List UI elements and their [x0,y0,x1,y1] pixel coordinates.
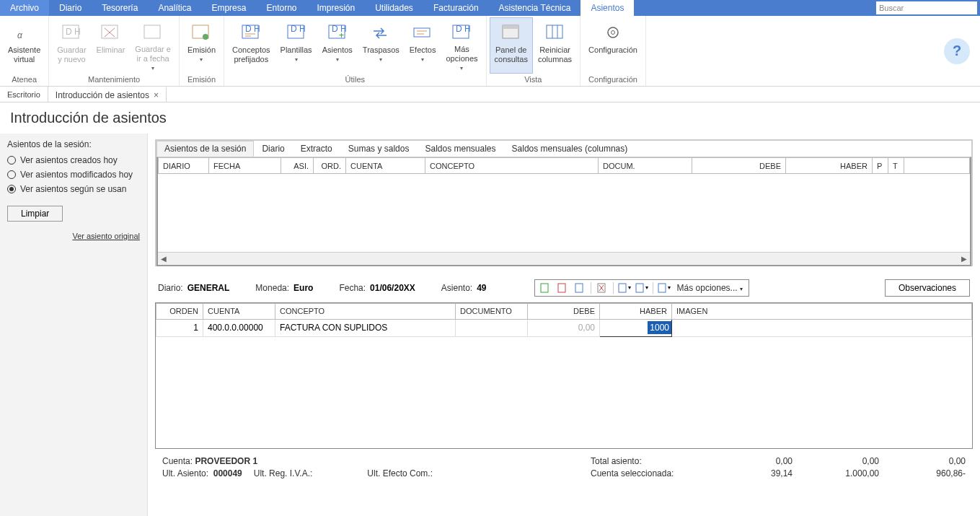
ult-asiento-label: Ult. Asiento: [162,468,208,478]
cell-documento[interactable] [456,319,528,336]
page-title: Introducción de asientos [0,102,980,134]
menu-entorno[interactable]: Entorno [256,0,306,16]
cuenta-label: Cuenta: [162,456,193,466]
menu-tesoreria[interactable]: Tesorería [92,0,148,16]
tab-diario[interactable]: Diario [254,141,292,157]
asistente-virtual-button[interactable]: α Asistente virtual [3,17,45,74]
scroll-left-icon[interactable]: ◀ [158,255,169,263]
col-debe[interactable]: DEBE [528,303,600,319]
tab-sesion[interactable]: Asientos de la sesión [156,141,254,157]
menu-diario[interactable]: Diario [49,0,92,16]
traspasos-button[interactable]: Traspasos ▾ [358,17,405,74]
tab-extracto[interactable]: Extracto [293,141,340,157]
sel-val-3: 960,86- [893,468,966,479]
menu-asistencia[interactable]: Asistencia Técnica [489,0,581,16]
guardar-nuevo-button[interactable]: D H Guardar y nuevo [52,17,91,74]
guardar-fecha-button[interactable]: Guardar e ir a fecha ▾ [130,17,176,74]
chevron-down-icon: ▾ [460,65,463,71]
fecha-label: Fecha: [339,283,366,293]
efectos-button[interactable]: Efectos ▾ [405,17,441,74]
menu-asientos[interactable]: Asientos [581,0,634,16]
ribbon-group-mantenimiento: D H Guardar y nuevo Eliminar Guardar e i… [49,16,180,86]
close-icon[interactable]: × [154,90,159,100]
cell-orden[interactable]: 1 [156,319,203,336]
tb-del-icon[interactable] [596,281,609,294]
radio-modificados-hoy[interactable]: Ver asientos modificados hoy [7,170,140,180]
col-p[interactable]: P [873,158,888,174]
col-concepto[interactable]: CONCEPTO [275,303,456,319]
ws-tab-introduccion[interactable]: Introducción de asientos × [48,87,167,102]
configuracion-button[interactable]: Configuración [583,17,643,74]
ribbon-group-utiles: D H Conceptos prefijados D H Plantillas … [224,16,487,86]
svg-rect-27 [558,284,565,292]
delete-icon [99,21,122,44]
col-asi[interactable]: ASI. [281,158,314,174]
chevron-down-icon: ▾ [295,56,298,63]
cell-concepto[interactable]: FACTURA CON SUPLIDOS [275,319,456,336]
mas-opciones-button[interactable]: D H Más opciones ▾ [441,17,482,74]
cuenta-value: PROVEEDOR 1 [195,456,257,466]
panel-consultas-button[interactable]: Panel de consultas [490,17,533,74]
cell-imagen[interactable] [672,319,972,336]
tb-act2-icon[interactable]: ▾ [635,281,648,294]
haber-input[interactable]: 1000 [648,321,671,334]
menu-analitica[interactable]: Analítica [148,0,201,16]
limpiar-button[interactable]: Limpiar [7,206,63,222]
col-documento[interactable]: DOCUMENTO [456,303,528,319]
col-debe[interactable]: DEBE [692,158,786,174]
menu-utilidades[interactable]: Utilidades [365,0,423,16]
col-imagen[interactable]: IMAGEN [672,303,972,319]
reset-cols-icon [544,21,567,44]
menu-facturacion[interactable]: Facturación [423,0,489,16]
reiniciar-columnas-button[interactable]: Reiniciar columnas [533,17,577,74]
col-orden[interactable]: ORDEN [156,303,203,319]
col-ord[interactable]: ORD. [314,158,346,174]
menu-empresa[interactable]: Empresa [201,0,256,16]
plantillas-button[interactable]: D H Plantillas ▾ [275,17,317,74]
observaciones-button[interactable]: Observaciones [885,279,970,297]
radio-segun-usan[interactable]: Ver asientos según se usan [7,184,140,194]
ribbon-group-config: Configuración Configuración [581,16,646,86]
col-concepto[interactable]: CONCEPTO [425,158,599,174]
tab-sumas[interactable]: Sumas y saldos [340,141,418,157]
save-new-icon: D H [60,21,83,44]
tb-doc-icon[interactable] [573,281,586,294]
help-icon[interactable]: ? [944,38,970,64]
total-val-1: 0,00 [720,456,793,467]
menu-archivo[interactable]: Archivo [0,0,49,16]
eliminar-button[interactable]: Eliminar [92,17,131,74]
chevron-down-icon: ▾ [421,56,424,63]
tb-act3-icon[interactable]: ▾ [658,281,671,294]
col-haber[interactable]: HABER [786,158,873,174]
menu-impresion[interactable]: Impresión [306,0,365,16]
ver-original-link[interactable]: Ver asiento original [7,232,140,240]
tb-act1-icon[interactable]: ▾ [618,281,631,294]
diario-label: Diario: [158,283,183,293]
radio-creados-hoy[interactable]: Ver asientos creados hoy [7,155,140,165]
table-row[interactable]: 1 400.0.0.00000 FACTURA CON SUPLIDOS 0,0… [156,319,972,336]
tb-new-icon[interactable] [539,281,552,294]
col-fecha[interactable]: FECHA [209,158,281,174]
cell-cuenta[interactable]: 400.0.0.00000 [203,319,275,336]
col-docum[interactable]: DOCUM. [599,158,692,174]
scrollbar[interactable]: ◀ ▶ [158,252,970,265]
conceptos-button[interactable]: D H Conceptos prefijados [227,17,275,74]
tab-saldos[interactable]: Saldos mensuales [417,141,503,157]
ribbon-group-atenea: α Asistente virtual Atenea [0,16,49,86]
scroll-right-icon[interactable]: ▶ [958,255,970,263]
cell-haber-editing[interactable]: 1000 [600,319,672,336]
search-input[interactable]: Buscar [876,1,977,14]
col-diario[interactable]: DIARIO [159,158,209,174]
tb-more-options[interactable]: Más opciones... ▾ [673,283,747,293]
col-cuenta[interactable]: CUENTA [203,303,275,319]
cell-debe[interactable]: 0,00 [528,319,600,336]
ws-tab-escritorio[interactable]: Escritorio [0,87,48,102]
emision-button[interactable]: Emisión ▾ [182,17,221,74]
col-haber[interactable]: HABER [600,303,672,319]
col-t[interactable]: T [888,158,904,174]
tb-copy-icon[interactable] [556,281,569,294]
asientos-button[interactable]: D H+ Asientos ▾ [317,17,358,74]
col-cuenta[interactable]: CUENTA [346,158,425,174]
tab-saldos-col[interactable]: Saldos mensuales (columnas) [504,141,636,157]
svg-point-8 [203,34,208,40]
